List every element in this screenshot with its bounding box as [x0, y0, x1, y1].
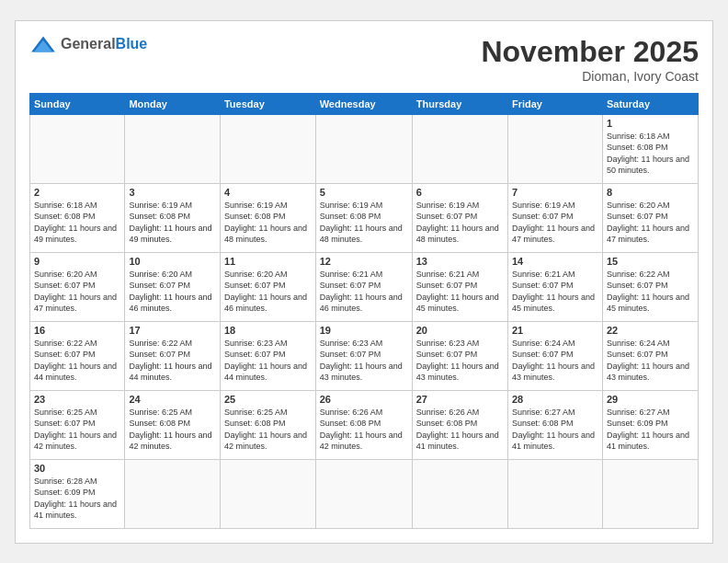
day-number: 24	[129, 394, 216, 405]
calendar-week-row: 9Sunrise: 6:20 AM Sunset: 6:07 PM Daylig…	[30, 252, 699, 321]
day-info: Sunrise: 6:21 AM Sunset: 6:07 PM Dayligh…	[416, 269, 504, 315]
day-info: Sunrise: 6:19 AM Sunset: 6:07 PM Dayligh…	[512, 200, 598, 246]
day-number: 21	[512, 325, 598, 336]
day-info: Sunrise: 6:20 AM Sunset: 6:07 PM Dayligh…	[34, 269, 120, 315]
calendar-day-cell	[507, 459, 602, 528]
calendar-day-cell	[220, 459, 315, 528]
day-info: Sunrise: 6:25 AM Sunset: 6:08 PM Dayligh…	[224, 407, 312, 453]
calendar-container: GeneralBlue November 2025 Dioman, Ivory …	[15, 20, 713, 544]
calendar-week-row: 30Sunrise: 6:28 AM Sunset: 6:09 PM Dayli…	[30, 459, 699, 528]
day-number: 15	[607, 256, 694, 267]
calendar-table: SundayMondayTuesdayWednesdayThursdayFrid…	[29, 93, 699, 529]
calendar-day-cell: 23Sunrise: 6:25 AM Sunset: 6:07 PM Dayli…	[30, 390, 125, 459]
day-number: 16	[34, 325, 120, 336]
calendar-week-row: 2Sunrise: 6:18 AM Sunset: 6:08 PM Daylig…	[30, 183, 699, 252]
day-info: Sunrise: 6:27 AM Sunset: 6:09 PM Dayligh…	[607, 407, 694, 453]
day-number: 9	[34, 256, 120, 267]
calendar-day-cell: 2Sunrise: 6:18 AM Sunset: 6:08 PM Daylig…	[30, 183, 125, 252]
day-info: Sunrise: 6:23 AM Sunset: 6:07 PM Dayligh…	[224, 338, 312, 384]
calendar-day-cell: 13Sunrise: 6:21 AM Sunset: 6:07 PM Dayli…	[412, 252, 507, 321]
day-number: 25	[224, 394, 312, 405]
day-info: Sunrise: 6:20 AM Sunset: 6:07 PM Dayligh…	[224, 269, 312, 315]
day-info: Sunrise: 6:25 AM Sunset: 6:08 PM Dayligh…	[129, 407, 216, 453]
day-info: Sunrise: 6:19 AM Sunset: 6:07 PM Dayligh…	[416, 200, 504, 246]
logo-icon	[29, 35, 57, 53]
weekday-header-cell: Saturday	[602, 93, 698, 114]
logo-general: General	[61, 36, 116, 52]
calendar-day-cell: 28Sunrise: 6:27 AM Sunset: 6:08 PM Dayli…	[507, 390, 602, 459]
calendar-day-cell: 27Sunrise: 6:26 AM Sunset: 6:08 PM Dayli…	[412, 390, 507, 459]
day-info: Sunrise: 6:19 AM Sunset: 6:08 PM Dayligh…	[129, 200, 216, 246]
calendar-day-cell: 3Sunrise: 6:19 AM Sunset: 6:08 PM Daylig…	[125, 183, 221, 252]
calendar-week-row: 1Sunrise: 6:18 AM Sunset: 6:08 PM Daylig…	[30, 114, 699, 183]
day-info: Sunrise: 6:21 AM Sunset: 6:07 PM Dayligh…	[512, 269, 598, 315]
weekday-header-cell: Thursday	[412, 93, 507, 114]
calendar-day-cell: 17Sunrise: 6:22 AM Sunset: 6:07 PM Dayli…	[125, 321, 221, 390]
calendar-day-cell: 14Sunrise: 6:21 AM Sunset: 6:07 PM Dayli…	[507, 252, 602, 321]
day-number: 7	[512, 187, 598, 198]
calendar-day-cell: 1Sunrise: 6:18 AM Sunset: 6:08 PM Daylig…	[602, 114, 698, 183]
calendar-day-cell: 8Sunrise: 6:20 AM Sunset: 6:07 PM Daylig…	[602, 183, 698, 252]
day-info: Sunrise: 6:18 AM Sunset: 6:08 PM Dayligh…	[34, 200, 120, 246]
day-number: 18	[224, 325, 312, 336]
weekday-header-cell: Wednesday	[315, 93, 412, 114]
day-number: 11	[224, 256, 312, 267]
day-number: 29	[607, 394, 694, 405]
calendar-day-cell: 22Sunrise: 6:24 AM Sunset: 6:07 PM Dayli…	[602, 321, 698, 390]
day-info: Sunrise: 6:20 AM Sunset: 6:07 PM Dayligh…	[129, 269, 216, 315]
calendar-day-cell: 15Sunrise: 6:22 AM Sunset: 6:07 PM Dayli…	[602, 252, 698, 321]
day-info: Sunrise: 6:28 AM Sunset: 6:09 PM Dayligh…	[34, 476, 120, 522]
day-info: Sunrise: 6:27 AM Sunset: 6:08 PM Dayligh…	[512, 407, 598, 453]
day-info: Sunrise: 6:22 AM Sunset: 6:07 PM Dayligh…	[129, 338, 216, 384]
day-number: 19	[320, 325, 408, 336]
day-number: 22	[607, 325, 694, 336]
day-number: 26	[320, 394, 408, 405]
day-number: 30	[34, 463, 120, 474]
weekday-header-cell: Tuesday	[220, 93, 315, 114]
day-info: Sunrise: 6:19 AM Sunset: 6:08 PM Dayligh…	[320, 200, 408, 246]
day-info: Sunrise: 6:18 AM Sunset: 6:08 PM Dayligh…	[607, 131, 694, 177]
calendar-day-cell: 7Sunrise: 6:19 AM Sunset: 6:07 PM Daylig…	[507, 183, 602, 252]
day-info: Sunrise: 6:26 AM Sunset: 6:08 PM Dayligh…	[320, 407, 408, 453]
day-number: 3	[129, 187, 216, 198]
day-number: 28	[512, 394, 598, 405]
month-title: November 2025	[481, 35, 699, 69]
calendar-day-cell: 26Sunrise: 6:26 AM Sunset: 6:08 PM Dayli…	[315, 390, 412, 459]
day-info: Sunrise: 6:24 AM Sunset: 6:07 PM Dayligh…	[512, 338, 598, 384]
calendar-day-cell: 11Sunrise: 6:20 AM Sunset: 6:07 PM Dayli…	[220, 252, 315, 321]
day-number: 20	[416, 325, 504, 336]
calendar-day-cell: 24Sunrise: 6:25 AM Sunset: 6:08 PM Dayli…	[125, 390, 221, 459]
day-info: Sunrise: 6:22 AM Sunset: 6:07 PM Dayligh…	[34, 338, 120, 384]
calendar-day-cell	[315, 459, 412, 528]
calendar-day-cell	[507, 114, 602, 183]
calendar-day-cell	[315, 114, 412, 183]
day-number: 10	[129, 256, 216, 267]
logo: GeneralBlue	[29, 35, 147, 53]
title-section: November 2025 Dioman, Ivory Coast	[481, 35, 699, 84]
calendar-day-cell: 20Sunrise: 6:23 AM Sunset: 6:07 PM Dayli…	[412, 321, 507, 390]
day-number: 5	[320, 187, 408, 198]
calendar-day-cell	[602, 459, 698, 528]
weekday-header-cell: Monday	[125, 93, 221, 114]
day-number: 8	[607, 187, 694, 198]
day-number: 12	[320, 256, 408, 267]
location: Dioman, Ivory Coast	[481, 69, 699, 84]
weekday-header-cell: Sunday	[30, 93, 125, 114]
calendar-day-cell: 10Sunrise: 6:20 AM Sunset: 6:07 PM Dayli…	[125, 252, 221, 321]
logo-blue: Blue	[116, 36, 148, 52]
calendar-day-cell	[125, 459, 221, 528]
calendar-day-cell: 5Sunrise: 6:19 AM Sunset: 6:08 PM Daylig…	[315, 183, 412, 252]
calendar-body: 1Sunrise: 6:18 AM Sunset: 6:08 PM Daylig…	[30, 114, 699, 528]
day-number: 23	[34, 394, 120, 405]
calendar-day-cell	[412, 459, 507, 528]
calendar-week-row: 16Sunrise: 6:22 AM Sunset: 6:07 PM Dayli…	[30, 321, 699, 390]
header: GeneralBlue November 2025 Dioman, Ivory …	[29, 35, 699, 84]
weekday-header: SundayMondayTuesdayWednesdayThursdayFrid…	[30, 93, 699, 114]
calendar-day-cell: 21Sunrise: 6:24 AM Sunset: 6:07 PM Dayli…	[507, 321, 602, 390]
calendar-day-cell: 12Sunrise: 6:21 AM Sunset: 6:07 PM Dayli…	[315, 252, 412, 321]
calendar-day-cell: 19Sunrise: 6:23 AM Sunset: 6:07 PM Dayli…	[315, 321, 412, 390]
day-info: Sunrise: 6:23 AM Sunset: 6:07 PM Dayligh…	[416, 338, 504, 384]
calendar-day-cell: 29Sunrise: 6:27 AM Sunset: 6:09 PM Dayli…	[602, 390, 698, 459]
day-info: Sunrise: 6:20 AM Sunset: 6:07 PM Dayligh…	[607, 200, 694, 246]
calendar-day-cell: 30Sunrise: 6:28 AM Sunset: 6:09 PM Dayli…	[30, 459, 125, 528]
